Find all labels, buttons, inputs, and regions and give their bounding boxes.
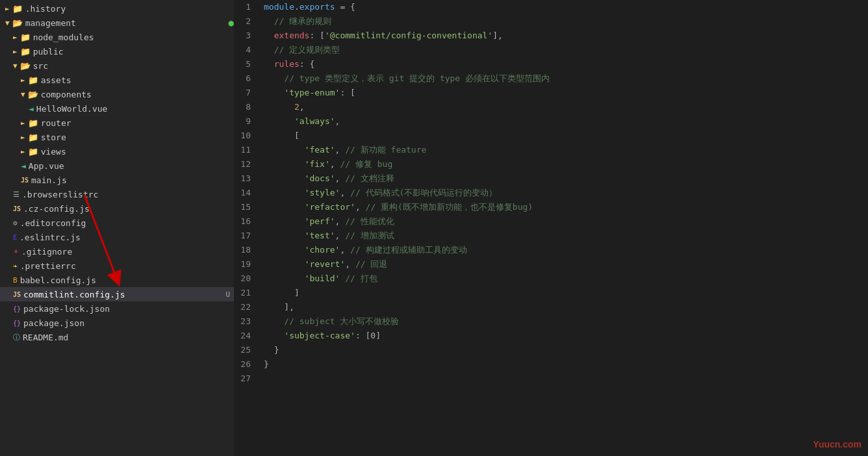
- sidebar-item-README.md[interactable]: ⓘREADME.md: [0, 330, 234, 344]
- line-content: 'refactor', // 重构(既不增加新功能，也不是修复bug): [261, 200, 868, 214]
- line-number: 8: [234, 100, 261, 114]
- sidebar-item-babel.config.js[interactable]: Bbabel.config.js: [0, 273, 234, 287]
- sidebar-item-package-lock.json[interactable]: {}package-lock.json: [0, 301, 234, 316]
- line-content: 'feat', // 新功能 feature: [261, 143, 868, 157]
- line-content: 'revert', // 回退: [261, 257, 868, 272]
- line-number: 2: [234, 14, 261, 29]
- line-number: 22: [234, 300, 261, 314]
- line-number: 26: [234, 357, 261, 372]
- line-number: 23: [234, 314, 261, 329]
- code-line: 19 'revert', // 回退: [234, 257, 868, 272]
- line-number: 20: [234, 272, 261, 286]
- code-line: 24 'subject-case': [0]: [234, 329, 868, 343]
- sidebar-item-components[interactable]: ▼📂components: [0, 87, 234, 101]
- code-line: 13 'docs', // 文档注释: [234, 171, 868, 186]
- sidebar-item-views[interactable]: ►📁views: [0, 144, 234, 158]
- code-line: 27: [234, 372, 868, 386]
- line-content: extends: ['@commitlint/config-convention…: [261, 29, 868, 43]
- sidebar-item-history[interactable]: ►📁.history: [0, 1, 234, 16]
- line-content: 2,: [261, 100, 868, 114]
- code-line: 17 'test', // 增加测试: [234, 229, 868, 243]
- code-line: 22 ],: [234, 300, 868, 314]
- code-line: 14 'style', // 代码格式(不影响代码运行的变动）: [234, 186, 868, 200]
- code-line: 26}: [234, 357, 868, 372]
- sidebar-item-.prettierrc[interactable]: ❧.prettierrc: [0, 259, 234, 273]
- code-line: 10 [: [234, 129, 868, 143]
- sidebar-item-.browserslistrc[interactable]: ☰.browserslistrc: [0, 187, 234, 201]
- line-content: // subject 大小写不做校验: [261, 314, 868, 329]
- sidebar-item-node_modules[interactable]: ►📁node_modules: [0, 30, 234, 44]
- code-line: 7 'type-enum': [: [234, 86, 868, 100]
- line-content: // 定义规则类型: [261, 43, 868, 57]
- line-number: 4: [234, 43, 261, 57]
- line-number: 10: [234, 129, 261, 143]
- line-number: 13: [234, 171, 261, 186]
- code-line: 2 // 继承的规则: [234, 14, 868, 29]
- code-line: 16 'perf', // 性能优化: [234, 214, 868, 229]
- line-content: ],: [261, 300, 868, 314]
- sidebar-item-HelloWorld.vue[interactable]: ◄HelloWorld.vue: [0, 101, 234, 116]
- sidebar-item-.editorconfig[interactable]: ⚙.editorconfig: [0, 216, 234, 230]
- line-number: 24: [234, 329, 261, 343]
- line-content: 'subject-case': [0]: [261, 329, 868, 343]
- line-number: 6: [234, 71, 261, 86]
- code-lines: 1module.exports = {2 // 继承的规则3 extends: …: [234, 0, 868, 386]
- sidebar-item-package.json[interactable]: {}package.json: [0, 316, 234, 330]
- line-number: 7: [234, 86, 261, 100]
- code-line: 6 // type 类型定义，表示 git 提交的 type 必须在以下类型范围…: [234, 71, 868, 86]
- code-line: 21 ]: [234, 286, 868, 300]
- line-content: }: [261, 357, 868, 372]
- sidebar: ►📁.history▼📂management●►📁node_modules►📁p…: [0, 0, 234, 456]
- editor: 1module.exports = {2 // 继承的规则3 extends: …: [234, 0, 868, 456]
- line-content: 'test', // 增加测试: [261, 229, 868, 243]
- code-line: 8 2,: [234, 100, 868, 114]
- line-number: 14: [234, 186, 261, 200]
- sidebar-item-commitlint.config.js[interactable]: JScommitlint.config.jsU: [0, 287, 234, 301]
- code-line: 20 'build' // 打包: [234, 272, 868, 286]
- sidebar-item-src[interactable]: ▼📂src: [0, 58, 234, 73]
- line-number: 18: [234, 243, 261, 257]
- line-content: [: [261, 129, 868, 143]
- code-line: 23 // subject 大小写不做校验: [234, 314, 868, 329]
- sidebar-item-public[interactable]: ►📁public: [0, 44, 234, 58]
- code-line: 18 'chore', // 构建过程或辅助工具的变动: [234, 243, 868, 257]
- line-number: 1: [234, 0, 261, 14]
- line-content: 'style', // 代码格式(不影响代码运行的变动）: [261, 186, 868, 200]
- code-line: 1module.exports = {: [234, 0, 868, 14]
- sidebar-item-main.js[interactable]: JSmain.js: [0, 173, 234, 187]
- line-number: 16: [234, 214, 261, 229]
- sidebar-item-App.vue[interactable]: ◄App.vue: [0, 158, 234, 173]
- line-number: 27: [234, 372, 261, 386]
- line-content: }: [261, 343, 868, 357]
- sidebar-item-store[interactable]: ►📁store: [0, 130, 234, 144]
- sidebar-item-management[interactable]: ▼📂management●: [0, 16, 234, 30]
- line-content: 'build' // 打包: [261, 272, 868, 286]
- line-number: 25: [234, 343, 261, 357]
- sidebar-item-.eslintrc.js[interactable]: E.eslintrc.js: [0, 230, 234, 244]
- code-line: 11 'feat', // 新功能 feature: [234, 143, 868, 157]
- sidebar-item-router[interactable]: ►📁router: [0, 116, 234, 130]
- sidebar-item-.cz-config.js[interactable]: JS.cz-config.js: [0, 201, 234, 216]
- code-line: 5 rules: {: [234, 57, 868, 71]
- line-content: [261, 372, 868, 386]
- line-number: 19: [234, 257, 261, 272]
- line-content: 'perf', // 性能优化: [261, 214, 868, 229]
- line-content: 'type-enum': [: [261, 86, 868, 100]
- code-line: 25 }: [234, 343, 868, 357]
- line-content: 'docs', // 文档注释: [261, 171, 868, 186]
- line-number: 11: [234, 143, 261, 157]
- sidebar-item-assets[interactable]: ►📁assets: [0, 73, 234, 87]
- code-line: 3 extends: ['@commitlint/config-conventi…: [234, 29, 868, 43]
- code-line: 4 // 定义规则类型: [234, 43, 868, 57]
- code-line: 9 'always',: [234, 114, 868, 129]
- line-number: 3: [234, 29, 261, 43]
- code-line: 15 'refactor', // 重构(既不增加新功能，也不是修复bug): [234, 200, 868, 214]
- sidebar-item-.gitignore[interactable]: ⚬.gitignore: [0, 244, 234, 259]
- line-content: // type 类型定义，表示 git 提交的 type 必须在以下类型范围内: [261, 71, 868, 86]
- line-content: 'chore', // 构建过程或辅助工具的变动: [261, 243, 868, 257]
- line-content: module.exports = {: [261, 0, 868, 14]
- line-content: 'fix', // 修复 bug: [261, 157, 868, 171]
- code-line: 12 'fix', // 修复 bug: [234, 157, 868, 171]
- line-content: rules: {: [261, 57, 868, 71]
- line-number: 5: [234, 57, 261, 71]
